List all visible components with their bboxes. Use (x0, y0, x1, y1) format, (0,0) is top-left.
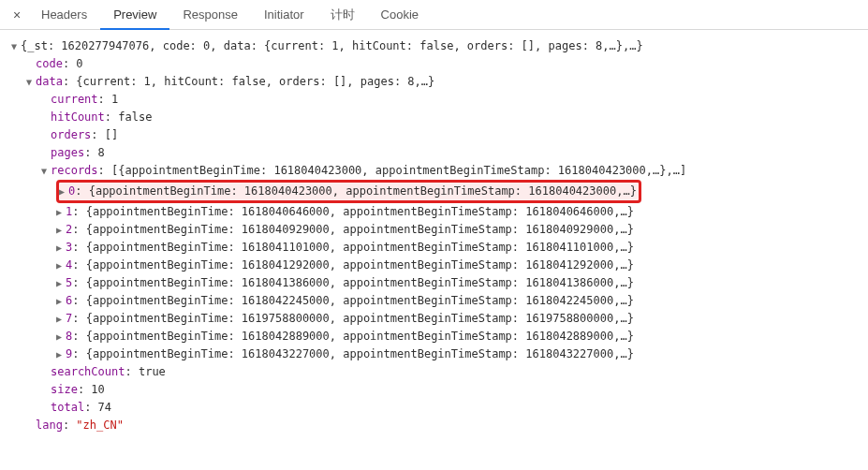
json-preview-tree: ▼{_st: 1620277947076, code: 0, data: {cu… (0, 30, 868, 442)
json-value: 1 (111, 93, 118, 106)
colon: : (84, 401, 97, 414)
tree-node-record[interactable]: ▶4: {appointmentBeginTime: 1618041292000… (11, 257, 864, 274)
tab-timing[interactable]: 计时 (317, 0, 368, 30)
tab-response[interactable]: Response (169, 0, 251, 30)
expand-toggle-icon[interactable]: ▼ (26, 73, 36, 91)
expand-toggle-icon[interactable]: ▶ (56, 203, 66, 221)
colon: : (72, 312, 85, 325)
tree-leaf[interactable]: ▶orders: [] (11, 126, 864, 144)
tree-node-record[interactable]: ▶0: {appointmentBeginTime: 1618040423000… (11, 180, 864, 203)
json-value: {appointmentBeginTime: 1618040423000, ap… (89, 184, 637, 198)
tab-cookie[interactable]: Cookie (368, 0, 432, 30)
json-key: total (51, 401, 84, 414)
tree-leaf[interactable]: ▶lang: "zh_CN" (11, 417, 864, 434)
colon: : (63, 419, 76, 432)
expand-toggle-icon[interactable]: ▶ (59, 183, 68, 200)
tree-node-record[interactable]: ▶2: {appointmentBeginTime: 1618040929000… (11, 221, 864, 239)
json-value: {appointmentBeginTime: 1618041386000, ap… (86, 276, 634, 289)
expand-toggle-icon[interactable]: ▶ (56, 292, 66, 310)
devtools-tab-bar: × Headers Preview Response Initiator 计时 … (0, 0, 868, 30)
colon: : (72, 294, 85, 307)
json-value: {appointmentBeginTime: 1619758800000, ap… (86, 312, 634, 325)
json-value: false (118, 110, 152, 124)
tree-node[interactable]: ▼records: [{appointmentBeginTime: 161804… (11, 162, 864, 180)
json-value: 74 (98, 401, 111, 414)
expand-toggle-icon[interactable]: ▶ (56, 239, 66, 257)
colon: : (98, 164, 111, 177)
json-value: {appointmentBeginTime: 1618041101000, ap… (86, 241, 634, 254)
colon: : (72, 258, 85, 272)
colon: : (72, 347, 85, 360)
json-key: orders (51, 128, 91, 141)
tab-initiator[interactable]: Initiator (251, 0, 317, 30)
json-value: {appointmentBeginTime: 1618041292000, ap… (86, 258, 634, 272)
expand-toggle-icon[interactable]: ▶ (56, 257, 66, 274)
json-value: {appointmentBeginTime: 1618043227000, ap… (86, 347, 634, 360)
tree-node-record[interactable]: ▶1: {appointmentBeginTime: 1618040646000… (11, 203, 864, 221)
colon: : (98, 93, 111, 106)
colon: : (125, 365, 138, 378)
json-value: {appointmentBeginTime: 1618040929000, ap… (86, 223, 634, 236)
json-value: [] (105, 128, 118, 141)
json-value: {current: 1, hitCount: false, orders: []… (76, 75, 434, 88)
tree-node-record[interactable]: ▶7: {appointmentBeginTime: 1619758800000… (11, 310, 864, 328)
json-key: current (51, 93, 98, 106)
json-key: size (51, 383, 78, 396)
expand-toggle-icon[interactable]: ▶ (56, 328, 66, 345)
tree-leaf[interactable]: ▶searchCount: true (11, 363, 864, 381)
tree-leaf[interactable]: ▶current: 1 (11, 91, 864, 109)
expand-toggle-icon[interactable]: ▼ (41, 162, 51, 180)
json-value: {appointmentBeginTime: 1618042245000, ap… (86, 294, 634, 307)
json-value: [{appointmentBeginTime: 1618040423000, a… (111, 164, 686, 177)
json-value: true (139, 365, 166, 378)
tree-node-record[interactable]: ▶3: {appointmentBeginTime: 1618041101000… (11, 239, 864, 257)
json-value: "zh_CN" (76, 419, 124, 432)
tree-node-record[interactable]: ▶8: {appointmentBeginTime: 1618042889000… (11, 328, 864, 345)
json-value: 8 (98, 146, 105, 159)
json-key: records (51, 164, 98, 177)
tree-leaf[interactable]: ▶size: 10 (11, 381, 864, 399)
tab-preview[interactable]: Preview (100, 0, 169, 30)
colon: : (105, 110, 118, 124)
colon: : (72, 223, 85, 236)
tree-leaf[interactable]: ▶total: 74 (11, 399, 864, 417)
tree-node-record[interactable]: ▶6: {appointmentBeginTime: 1618042245000… (11, 292, 864, 310)
json-key: hitCount (51, 110, 105, 124)
tree-node[interactable]: ▼data: {current: 1, hitCount: false, ord… (11, 73, 864, 91)
json-key: data (36, 75, 63, 88)
expand-toggle-icon[interactable]: ▶ (56, 310, 66, 328)
expand-toggle-icon[interactable]: ▶ (56, 345, 66, 363)
json-key: searchCount (51, 365, 125, 378)
tree-node-record[interactable]: ▶9: {appointmentBeginTime: 1618043227000… (11, 345, 864, 363)
colon: : (91, 128, 104, 141)
highlight-annotation: ▶0: {appointmentBeginTime: 1618040423000… (56, 180, 641, 203)
colon: : (72, 205, 85, 218)
expand-toggle-icon[interactable]: ▶ (56, 221, 66, 239)
json-value: 10 (91, 383, 104, 396)
json-value: {appointmentBeginTime: 1618042889000, ap… (86, 330, 634, 343)
colon: : (63, 75, 76, 88)
tree-leaf[interactable]: ▶code: 0 (11, 55, 864, 73)
expand-toggle-icon[interactable]: ▶ (56, 274, 66, 292)
json-key: lang (36, 419, 63, 432)
expand-toggle-icon[interactable]: ▼ (11, 37, 21, 55)
colon: : (72, 276, 85, 289)
tree-leaf[interactable]: ▶hitCount: false (11, 109, 864, 126)
colon: : (72, 330, 85, 343)
tree-node-record[interactable]: ▶5: {appointmentBeginTime: 1618041386000… (11, 274, 864, 292)
colon: : (75, 184, 88, 198)
json-key: code (36, 57, 63, 70)
colon: : (63, 57, 76, 70)
tree-leaf[interactable]: ▶pages: 8 (11, 144, 864, 162)
root-summary: {_st: 1620277947076, code: 0, data: {cur… (21, 39, 643, 52)
close-panel-button[interactable]: × (6, 7, 28, 22)
json-value: {appointmentBeginTime: 1618040646000, ap… (86, 205, 634, 218)
tree-root[interactable]: ▼{_st: 1620277947076, code: 0, data: {cu… (11, 37, 864, 55)
colon: : (72, 241, 85, 254)
tab-headers[interactable]: Headers (28, 0, 100, 30)
json-value: 0 (76, 57, 82, 70)
json-key: pages (51, 146, 84, 159)
colon: : (78, 383, 91, 396)
colon: : (84, 146, 97, 159)
